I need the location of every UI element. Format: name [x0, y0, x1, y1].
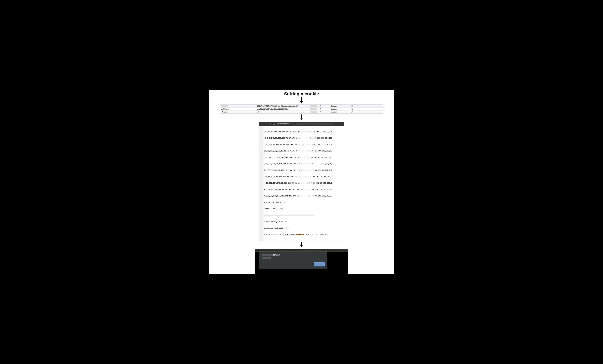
cookie-table[interactable]: 137gf6g67f76fg6766123'-alert(document.do… [220, 104, 383, 114]
line-gutter: 39 40 41 42 43 44 [259, 126, 263, 241]
url-label[interactable]: view-source:https:// [277, 123, 293, 125]
cookie-secure: ✓ [363, 111, 374, 114]
cookie-row[interactable]: csrfToken aed10c397a914b9aa65da919958708… [220, 108, 383, 111]
cookie-value: 137gf6g67f76fg6766123'-alert(document.do… [256, 105, 308, 108]
cookie-value: US [256, 111, 308, 114]
reload-icon[interactable]: ⟳ [269, 123, 271, 125]
redacted-url [296, 123, 333, 125]
cookie-secure [363, 108, 374, 111]
redacted-icon [310, 108, 317, 110]
arrow-down-icon [209, 242, 394, 248]
source-code[interactable]: 137,41,81,163,237,112,16,101,254,106,10,… [263, 126, 344, 241]
back-icon[interactable]: ← [260, 123, 263, 125]
cookie-row[interactable]: Country US / Session 10 ✓ [220, 111, 383, 114]
cookie-name [220, 105, 256, 108]
redacted-icon [271, 234, 279, 235]
redacted-addressbar [255, 249, 348, 251]
cookie-httponly: ✓ [354, 105, 363, 108]
browser-alert-panel: com says com OK [255, 249, 348, 274]
cookie-name: Country [220, 111, 256, 114]
cookie-expires: Session [330, 108, 346, 111]
cookie-size: 55 [346, 105, 354, 108]
redacted-icon [221, 105, 228, 107]
cookie-size: 10 [346, 111, 354, 114]
main-title: Setting a cookie [209, 91, 394, 96]
alert-message: com [271, 257, 274, 259]
cookie-extra [374, 111, 385, 114]
cookie-name: csrfToken [220, 108, 256, 111]
browser-toolbar: ← → ⟳ i view-source:https:// [259, 122, 344, 126]
cookie-value: aed10c397a914b9aa65da919958708e4 [256, 108, 308, 111]
cookie-extra [374, 108, 385, 111]
cookie-expires: Session [330, 105, 346, 108]
cookie-domain [308, 108, 319, 111]
view-source-panel: ← → ⟳ i view-source:https:// 39 40 41 42… [259, 122, 344, 241]
redacted-icon [262, 254, 273, 256]
cookie-httponly [354, 111, 363, 114]
js-alert-dialog: com says com OK [259, 251, 327, 269]
cookie-httponly [354, 108, 363, 111]
redacted-icon [264, 215, 315, 216]
cookie-row[interactable]: 137gf6g67f76fg6766123'-alert(document.do… [220, 105, 383, 108]
cookie-path: / [319, 105, 330, 108]
diagram-frame: Setting a cookie 137gf6g67f76fg6766123'-… [208, 89, 395, 275]
info-icon[interactable]: i [273, 123, 275, 125]
search-highlight: g6766123 [296, 234, 304, 235]
cookie-expires: Session [330, 111, 346, 114]
alert-ok-button[interactable]: OK [314, 262, 325, 266]
alert-origin-says: com says [273, 254, 281, 256]
cookie-size: 41 [346, 108, 354, 111]
cookie-domain [308, 105, 319, 108]
cookie-domain [308, 111, 319, 114]
arrow-down-icon [209, 97, 394, 103]
cookie-path: / [319, 108, 330, 111]
cookie-path: / [319, 111, 330, 114]
cookie-extra [374, 105, 385, 108]
source-body[interactable]: 39 40 41 42 43 44 137,41,81,163,237,112,… [259, 126, 344, 241]
redacted-icon [262, 257, 271, 259]
forward-icon[interactable]: → [265, 123, 267, 125]
redacted-icon [310, 111, 317, 113]
redacted-icon [310, 105, 317, 107]
cookie-secure [363, 105, 374, 108]
arrow-down-icon [209, 114, 394, 120]
